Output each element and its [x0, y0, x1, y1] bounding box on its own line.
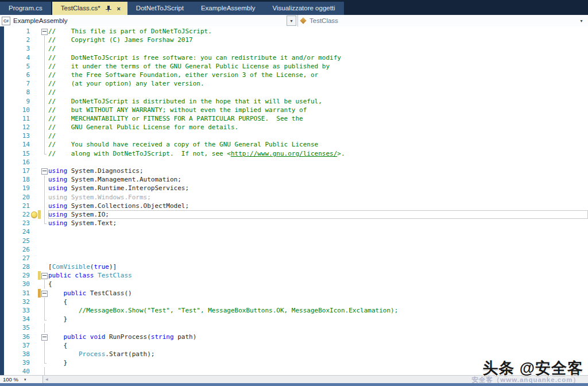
- code-line: 3//: [4, 44, 588, 53]
- code-text[interactable]: // but WITHOUT ANY WARRANTY; without eve…: [48, 106, 588, 114]
- margin-icon-slot: [30, 149, 38, 158]
- tab-testclass-cs-[interactable]: TestClass.cs*×: [52, 2, 127, 15]
- line-number: 23: [4, 219, 30, 227]
- code-text[interactable]: {: [48, 280, 588, 288]
- margin-icon-slot: [30, 227, 38, 236]
- code-text[interactable]: // it under the terms of the GNU General…: [48, 62, 588, 71]
- fold-margin: [41, 97, 48, 106]
- horizontal-scrollbar[interactable]: ◂: [43, 376, 588, 383]
- code-text[interactable]: //: [48, 132, 588, 140]
- line-number: 4: [4, 53, 30, 62]
- code-text[interactable]: [48, 245, 588, 254]
- zoom-control[interactable]: 100 % ▾: [0, 376, 43, 383]
- code-text[interactable]: // along with DotNetToJScript. If not, s…: [48, 149, 588, 158]
- tab-program-cs[interactable]: Program.cs: [0, 2, 51, 15]
- code-text[interactable]: // You should have received a copy of th…: [48, 140, 588, 149]
- code-line: 18using System.Management.Automation;: [4, 175, 588, 184]
- line-number: 39: [4, 358, 30, 367]
- code-text[interactable]: //: [48, 44, 588, 53]
- code-text[interactable]: [48, 323, 588, 332]
- code-text[interactable]: // GNU General Public License for more d…: [48, 123, 588, 132]
- collapse-region-icon[interactable]: [41, 273, 48, 279]
- collapse-region-icon[interactable]: [41, 291, 48, 297]
- code-text[interactable]: {: [48, 298, 588, 306]
- margin-icon-slot: [30, 123, 38, 132]
- code-text[interactable]: using System.Management.Automation;: [48, 175, 588, 184]
- code-text[interactable]: }: [48, 315, 588, 323]
- close-icon[interactable]: ×: [115, 5, 122, 12]
- code-editor[interactable]: 1// This file is part of DotNetToJScript…: [0, 26, 588, 376]
- tab-exampleassembly[interactable]: ExampleAssembly: [192, 2, 264, 15]
- code-text[interactable]: public TestClass(): [48, 289, 588, 298]
- code-text[interactable]: using System.Diagnostics;: [48, 167, 588, 175]
- code-text[interactable]: using System.IO;: [48, 210, 588, 219]
- margin-icon-slot: [30, 62, 38, 71]
- code-text[interactable]: // the Free Software Foundation, either …: [48, 71, 588, 79]
- code-text[interactable]: {: [48, 341, 588, 350]
- code-text[interactable]: Process.Start(path);: [48, 350, 588, 358]
- line-number: 27: [4, 254, 30, 263]
- code-text[interactable]: [48, 237, 588, 245]
- fold-margin: [41, 358, 48, 367]
- code-text[interactable]: // DotNetToJScript is distributed in the…: [48, 97, 588, 106]
- code-text[interactable]: using System.Windows.Forms;: [48, 193, 588, 202]
- code-text[interactable]: // (at your option) any later version.: [48, 79, 588, 88]
- code-text[interactable]: // This file is part of DotNetToJScript.: [48, 27, 588, 36]
- code-line: 31 public TestClass(): [4, 289, 588, 298]
- line-number: 6: [4, 71, 30, 79]
- fold-margin: [41, 333, 48, 341]
- code-line: 16: [4, 158, 588, 167]
- project-dropdown[interactable]: C# ExampleAssembly ▾: [0, 15, 297, 26]
- fold-margin: [41, 280, 48, 288]
- scroll-left-icon[interactable]: ◂: [45, 376, 48, 383]
- code-text[interactable]: [48, 227, 588, 236]
- code-text[interactable]: public class TestClass: [48, 271, 588, 280]
- code-text[interactable]: // MERCHANTABILITY or FITNESS FOR A PART…: [48, 114, 588, 123]
- line-number: 16: [4, 158, 30, 167]
- fold-margin: [41, 323, 48, 332]
- line-number: 22: [4, 210, 30, 219]
- code-line: 30{: [4, 280, 588, 288]
- tab-visualizzatore-oggetti[interactable]: Visualizzatore oggetti: [264, 2, 344, 15]
- code-text[interactable]: public void RunProcess(string path): [48, 333, 588, 341]
- fold-margin: [41, 106, 48, 114]
- code-text[interactable]: // DotNetToJScript is free software: you…: [48, 53, 588, 62]
- collapse-region-icon[interactable]: [41, 168, 48, 175]
- code-line: 23using System.Text;: [4, 219, 588, 227]
- collapse-region-icon[interactable]: [41, 29, 48, 35]
- code-line: 24: [4, 227, 588, 236]
- margin-icon-slot: [30, 263, 38, 271]
- fold-margin: [41, 71, 48, 79]
- margin-icon-slot: [30, 184, 38, 192]
- code-text[interactable]: //: [48, 88, 588, 96]
- fold-margin: [41, 341, 48, 350]
- code-text[interactable]: using System.Runtime.InteropServices;: [48, 184, 588, 192]
- margin-icon-slot: [30, 306, 38, 315]
- code-text[interactable]: // Copyright (C) James Forshaw 2017: [48, 36, 588, 44]
- code-text[interactable]: [48, 254, 588, 263]
- fold-margin: [41, 88, 48, 96]
- lightbulb-icon[interactable]: [31, 211, 37, 218]
- fold-margin: [41, 36, 48, 44]
- code-text[interactable]: [ComVisible(true)]: [48, 263, 588, 271]
- line-number: 32: [4, 298, 30, 306]
- code-text[interactable]: }: [48, 358, 588, 367]
- pin-icon[interactable]: [105, 5, 111, 12]
- class-dropdown-arrow-icon[interactable]: ▾: [577, 16, 586, 25]
- class-dropdown[interactable]: TestClass ▾: [297, 15, 588, 26]
- zoom-dropdown-icon[interactable]: ▾: [24, 377, 26, 382]
- collapse-region-icon[interactable]: [41, 334, 48, 341]
- line-number: 33: [4, 306, 30, 315]
- code-text[interactable]: //MessageBox.Show("Test", "Test", Messag…: [48, 306, 588, 315]
- document-tabs: Program.csTestClass.cs*×DotNetToJScriptE…: [0, 2, 344, 15]
- code-text[interactable]: using System.Collections.ObjectModel;: [48, 202, 588, 210]
- code-editor-window: Program.csTestClass.cs*×DotNetToJScriptE…: [0, 0, 588, 386]
- tab-dotnettojscript[interactable]: DotNetToJScript: [127, 2, 192, 15]
- code-text[interactable]: [48, 158, 588, 167]
- project-dropdown-value: ExampleAssembly: [13, 17, 287, 24]
- project-dropdown-arrow-icon[interactable]: ▾: [287, 16, 296, 26]
- code-line: 22using System.IO;: [4, 210, 588, 219]
- fold-margin: [41, 140, 48, 149]
- code-text[interactable]: [48, 367, 588, 376]
- code-text[interactable]: using System.Text;: [48, 219, 588, 227]
